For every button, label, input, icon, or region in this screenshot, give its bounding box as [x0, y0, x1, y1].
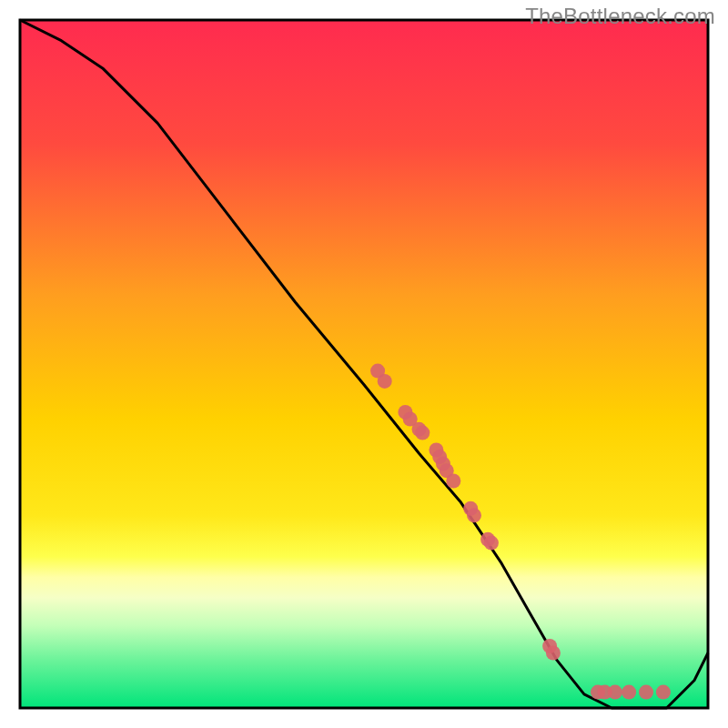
data-point: [446, 474, 460, 489]
data-point: [467, 508, 481, 522]
gradient-background: [20, 20, 708, 708]
data-point: [622, 685, 636, 700]
data-point: [378, 374, 392, 389]
attribution-label: TheBottleneck.com: [525, 4, 715, 29]
data-point: [546, 646, 561, 661]
bottleneck-chart: [0, 0, 728, 728]
data-point: [608, 685, 622, 700]
data-point: [656, 685, 671, 700]
data-point: [484, 536, 499, 551]
plot-area: [20, 20, 708, 708]
data-point: [639, 685, 653, 700]
chart-stage: TheBottleneck.com: [0, 0, 728, 728]
data-point: [415, 426, 430, 440]
